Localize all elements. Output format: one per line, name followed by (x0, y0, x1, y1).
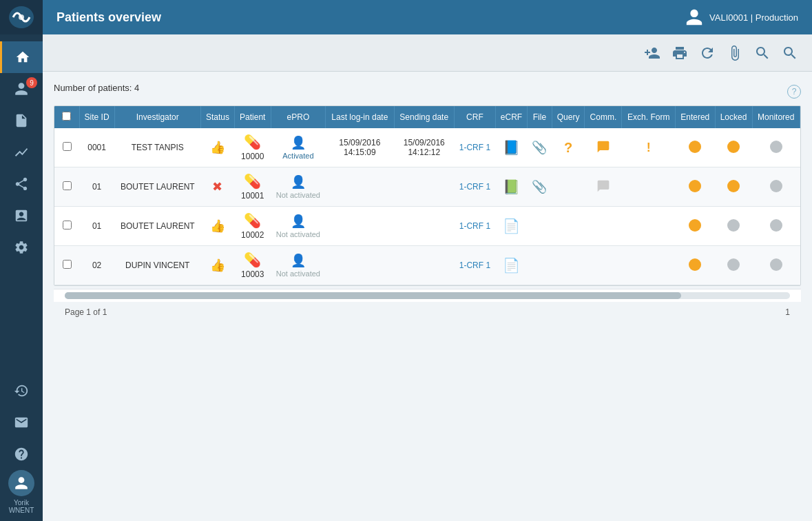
row-investigator: BOUTET LAURENT (114, 207, 200, 246)
user-badge: 9 (26, 77, 37, 88)
epro-person-icon: 👤 (291, 135, 306, 150)
row-checkbox-cell[interactable] (54, 207, 79, 246)
header-right: VALI0001 | Production (685, 8, 798, 27)
toolbar-add-user-icon[interactable] (644, 45, 660, 61)
row-crf[interactable]: 1-CRF 1 (454, 167, 495, 207)
ecrf-gray-book-icon: 📄 (503, 258, 520, 273)
patients-table-container: Site ID Investigator Status Patient ePRO… (54, 105, 801, 286)
help-circle-icon[interactable]: ? (787, 85, 801, 99)
row-checkbox[interactable] (63, 260, 72, 269)
epro-status-text: Not activated (276, 230, 320, 238)
row-checkbox[interactable] (63, 181, 72, 190)
query-question-icon: ? (564, 140, 572, 155)
row-checkbox-cell[interactable] (54, 128, 79, 167)
row-checkbox[interactable] (63, 221, 72, 229)
row-investigator: DUPIN VINCENT (114, 246, 200, 285)
row-site-id: 01 (79, 207, 114, 246)
row-locked (715, 167, 752, 207)
patient-pill-icon: 💊 (244, 173, 261, 190)
horizontal-scrollbar[interactable] (54, 289, 801, 302)
sidebar-username: Yorik WNENT (9, 499, 34, 514)
row-checkbox[interactable] (63, 142, 72, 151)
sidebar-item-help[interactable] (8, 438, 34, 470)
toolbar-attach-icon[interactable] (727, 45, 743, 61)
row-entered (676, 207, 715, 246)
row-investigator: BOUTET LAURENT (114, 167, 200, 207)
epro-person-icon: 👤 (291, 174, 306, 190)
patient-number: 10001 (241, 191, 264, 201)
epro-status-text: Not activated (276, 269, 320, 278)
col-checkbox[interactable] (54, 106, 79, 128)
row-crf[interactable]: 1-CRF 1 (454, 207, 495, 246)
col-monitored: Monitored (752, 106, 800, 128)
monitored-circle (770, 258, 782, 271)
row-epro: 👤 Not activated (271, 167, 326, 207)
sidebar-item-user[interactable]: 9 (0, 73, 43, 105)
patient-number: 10000 (241, 152, 264, 161)
row-locked (715, 207, 752, 246)
select-all-checkbox[interactable] (62, 112, 71, 121)
row-comm (585, 167, 622, 207)
col-sending-date: Sending date (394, 106, 454, 128)
row-site-id: 0001 (79, 128, 114, 167)
page-title: Patients overview (56, 10, 685, 25)
sidebar-item-home[interactable] (0, 41, 43, 73)
row-last-login (326, 167, 394, 207)
avatar (8, 470, 34, 496)
row-crf[interactable]: 1-CRF 1 (454, 128, 495, 167)
row-patient: 💊 10000 (234, 128, 271, 167)
sidebar-item-history[interactable] (8, 375, 34, 407)
ecrf-blue-book-icon: 📘 (503, 140, 520, 155)
row-site-id: 01 (79, 167, 114, 207)
crf-link[interactable]: 1-CRF 1 (459, 221, 490, 231)
row-comm (585, 128, 622, 167)
monitored-circle (770, 219, 782, 232)
exch-form-exclaim-icon: ! (647, 141, 651, 154)
row-locked (715, 128, 752, 167)
row-exch-form (622, 246, 676, 285)
scrollbar-track[interactable] (65, 292, 790, 299)
row-comm (585, 207, 622, 246)
row-ecrf: 📘 (495, 128, 527, 167)
col-comm: Comm. (585, 106, 622, 128)
toolbar-refresh-icon[interactable] (699, 45, 716, 61)
sidebar-item-document[interactable] (0, 105, 43, 136)
status-thumbs-down-icon: ✖ (212, 180, 222, 194)
locked-circle (727, 141, 740, 153)
epro-status-text: Not activated (276, 191, 320, 199)
row-patient: 💊 10001 (234, 167, 271, 207)
crf-link[interactable]: 1-CRF 1 (459, 143, 490, 152)
comm-bubble-icon (596, 140, 610, 154)
row-last-login: 15/09/201614:15:09 (326, 128, 394, 167)
row-exch-form: ! (622, 128, 676, 167)
sidebar-item-chart[interactable] (0, 136, 43, 168)
toolbar-print-icon[interactable] (672, 45, 688, 61)
row-query: ? (552, 128, 585, 167)
row-monitored (752, 167, 800, 207)
col-status: Status (200, 106, 234, 128)
sidebar-item-settings[interactable] (0, 232, 43, 263)
row-checkbox-cell[interactable] (54, 167, 79, 207)
row-exch-form (622, 167, 676, 207)
crf-link[interactable]: 1-CRF 1 (459, 182, 490, 192)
entered-circle (689, 141, 701, 153)
sidebar-item-share[interactable] (0, 168, 43, 200)
toolbar-wrench-icon[interactable] (754, 45, 771, 61)
row-site-id: 02 (79, 246, 114, 285)
row-entered (676, 246, 715, 285)
toolbar-search-icon[interactable] (782, 45, 798, 61)
file-paperclip-icon: 📎 (532, 180, 547, 194)
ecrf-gray-book-icon: 📄 (503, 218, 520, 234)
entered-circle (689, 258, 701, 271)
row-crf[interactable]: 1-CRF 1 (454, 246, 495, 285)
scrollbar-thumb[interactable] (65, 292, 681, 299)
crf-link[interactable]: 1-CRF 1 (459, 260, 490, 270)
sidebar-item-report[interactable] (0, 200, 43, 232)
entered-circle (689, 180, 701, 192)
sidebar-item-mail[interactable] (8, 407, 34, 438)
main-area: Patients overview VALI0001 | Production … (43, 0, 812, 521)
row-locked (715, 246, 752, 285)
entered-circle (689, 219, 701, 232)
row-checkbox-cell[interactable] (54, 246, 79, 285)
row-ecrf: 📗 (495, 167, 527, 207)
